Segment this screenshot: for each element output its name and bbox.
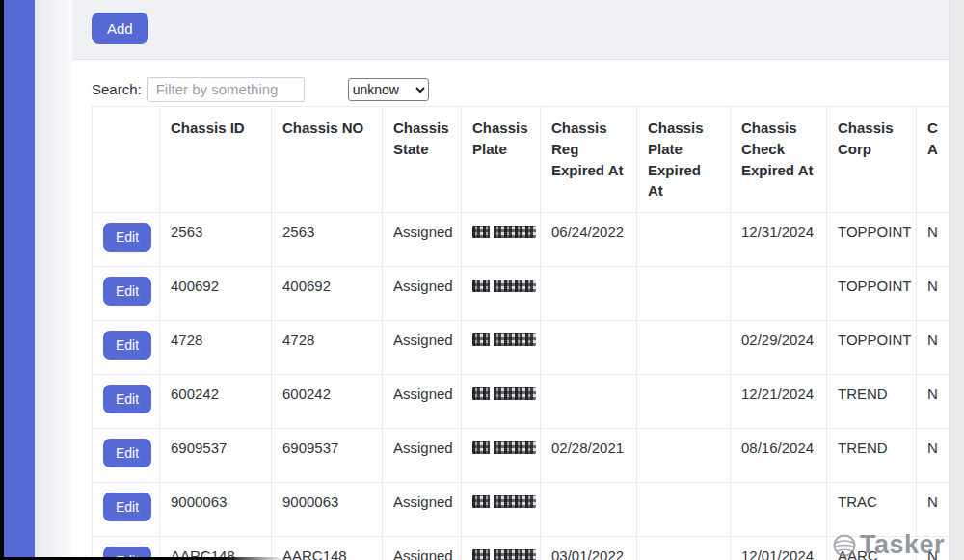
edit-button[interactable]: Edit [103, 331, 151, 360]
cell-edit: Edit [93, 213, 160, 267]
cell-chassis-no: 9000063 [272, 483, 383, 537]
column-header: Chassis Corp [827, 107, 917, 213]
cell-corp: TOPPOINT [827, 321, 917, 375]
edit-button[interactable]: Edit [103, 439, 151, 467]
cell-plate [462, 213, 541, 267]
cell-plate [462, 429, 541, 483]
column-header: Chassis ID [160, 107, 272, 213]
table-row: Edit47284728Assigned02/29/2024TOPPOINTN [93, 321, 951, 375]
edit-button[interactable]: Edit [103, 385, 151, 413]
column-header: C A [917, 107, 951, 213]
cell-reg-expired: 02/28/2021 [541, 429, 637, 483]
edit-button[interactable]: Edit [103, 223, 151, 252]
cell-edit: Edit [93, 267, 160, 321]
search-label: Search: [92, 81, 142, 97]
cell-last: N [917, 483, 951, 537]
cell-chassis-id: 9000063 [160, 483, 272, 537]
cell-state: Assigned [383, 537, 462, 560]
cell-state: Assigned [383, 375, 462, 429]
table-row: Edit400692400692AssignedTOPPOINTN [93, 267, 951, 321]
cell-corp: TOPPOINT [827, 267, 917, 321]
table-header-row: Chassis IDChassis NOChassis StateChassis… [93, 107, 951, 213]
column-header: Chassis Reg Expired At [541, 107, 637, 213]
column-header: Chassis NO [272, 107, 383, 213]
cell-reg-expired: 06/24/2022 [541, 213, 637, 267]
cell-last: N [917, 429, 951, 483]
scrollbar-track[interactable] [949, 0, 964, 560]
redacted-plate [472, 495, 536, 508]
cell-reg-expired [541, 375, 637, 429]
cell-edit: Edit [93, 375, 160, 429]
column-header: Chassis Plate [462, 107, 541, 213]
cell-corp: TRAC [827, 483, 917, 537]
cell-reg-expired [541, 321, 637, 375]
cell-check-expired: 12/31/2024 [731, 213, 827, 267]
cell-chassis-id: 400692 [160, 267, 272, 321]
cell-check-expired: 12/01/2024 [731, 537, 827, 560]
add-button[interactable]: Add [92, 13, 148, 44]
content-card: Search: unknow Chassis IDChassis NOChass… [72, 59, 950, 560]
chassis-table: Chassis IDChassis NOChassis StateChassis… [92, 106, 950, 560]
cell-plate-expired [637, 483, 731, 537]
cell-plate-expired [637, 537, 731, 560]
cell-reg-expired [541, 483, 637, 537]
table-body: Edit25632563Assigned06/24/202212/31/2024… [93, 213, 951, 560]
cell-last: N [917, 213, 951, 267]
cell-corp: TREND [827, 375, 917, 429]
cell-plate [462, 537, 541, 560]
cell-reg-expired [541, 267, 637, 321]
cell-chassis-no: 2563 [272, 213, 383, 267]
sidebar-strip [4, 0, 35, 560]
cell-plate-expired [637, 429, 731, 483]
column-header: Chassis State [383, 107, 462, 213]
cell-state: Assigned [383, 429, 462, 483]
cell-plate-expired [637, 213, 731, 267]
redacted-plate [472, 333, 536, 346]
cell-plate [462, 267, 541, 321]
edit-button[interactable]: Edit [103, 493, 151, 521]
cell-state: Assigned [383, 483, 462, 537]
search-input[interactable] [147, 77, 305, 102]
cell-plate [462, 483, 541, 537]
cell-corp: TREND [827, 429, 917, 483]
cell-state: Assigned [383, 213, 462, 267]
table-row: Edit600242600242Assigned12/21/2024TRENDN [93, 375, 951, 429]
cell-chassis-no: 6909537 [272, 429, 383, 483]
search-row: Search: unknow [92, 76, 950, 102]
cell-check-expired: 02/29/2024 [731, 321, 827, 375]
cell-chassis-no: 4728 [272, 321, 383, 375]
cell-last: N [917, 321, 951, 375]
edit-button[interactable]: Edit [103, 277, 151, 306]
redacted-plate [472, 387, 536, 400]
cell-edit: Edit [93, 429, 160, 483]
cell-reg-expired: 03/01/2022 [541, 537, 637, 560]
cell-chassis-id: 6909537 [160, 429, 272, 483]
redacted-plate [472, 549, 536, 560]
cell-plate-expired [637, 267, 731, 321]
column-header: Chassis Check Expired At [731, 107, 827, 213]
cell-chassis-id: 600242 [160, 375, 272, 429]
cell-check-expired [731, 267, 827, 321]
page-gutter [35, 0, 72, 560]
table-row: Edit69095376909537Assigned02/28/202108/1… [93, 429, 951, 483]
filter-select[interactable]: unknow [348, 78, 429, 101]
table-row: Edit25632563Assigned06/24/202212/31/2024… [93, 213, 951, 267]
cell-check-expired: 12/21/2024 [731, 375, 827, 429]
cell-corp: TOPPOINT [827, 213, 917, 267]
cell-check-expired [731, 483, 827, 537]
cell-state: Assigned [383, 321, 462, 375]
cell-plate-expired [637, 321, 731, 375]
column-header [93, 107, 160, 213]
cell-plate [462, 321, 541, 375]
cell-last: N [917, 267, 951, 321]
cell-plate [462, 375, 541, 429]
cell-plate-expired [637, 375, 731, 429]
cell-corp: AARC [827, 537, 917, 560]
redacted-plate [472, 280, 536, 292]
cell-chassis-no: 600242 [272, 375, 383, 429]
column-header: Chassis Plate Expired At [637, 107, 731, 213]
cell-last: N [917, 537, 951, 560]
cell-chassis-no: AARC148 [272, 537, 383, 560]
redacted-plate [472, 441, 536, 454]
cell-check-expired: 08/16/2024 [731, 429, 827, 483]
